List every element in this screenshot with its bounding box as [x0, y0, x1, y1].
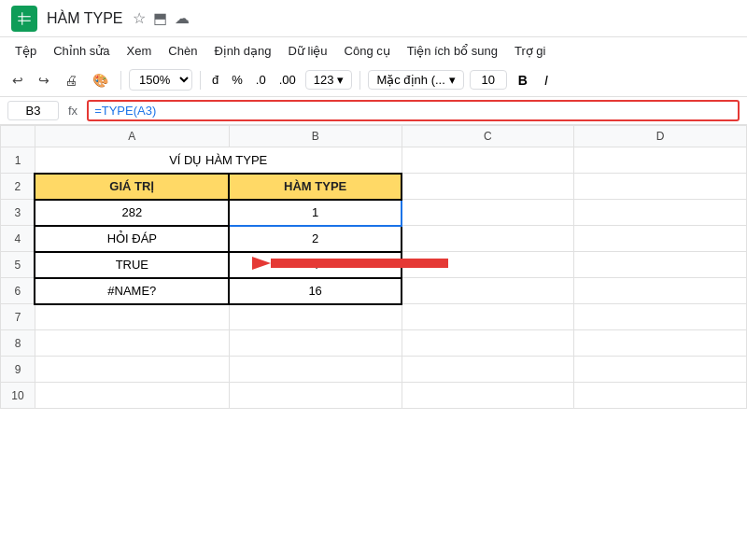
- menu-edit[interactable]: Chỉnh sửa: [46, 41, 117, 61]
- row-num-6: 6: [1, 278, 35, 304]
- divider-3: [359, 71, 360, 90]
- cell-d9: [574, 357, 747, 383]
- menu-view[interactable]: Xem: [120, 41, 160, 61]
- table-row: 3 282 1: [1, 200, 747, 226]
- title-bar: HÀM TYPE ☆ ⬒ ☁: [0, 0, 747, 37]
- table-row: 4 HỎI ĐÁP 2: [1, 226, 747, 252]
- cell-a4[interactable]: HỎI ĐÁP: [35, 226, 229, 252]
- italic-button[interactable]: I: [539, 71, 554, 90]
- cell-b3[interactable]: 1: [229, 200, 402, 226]
- spreadsheet-wrapper: A B C D 1 VÍ DỤ HÀM TYPE 2 GIÁ TRỊ HÀM T…: [0, 125, 747, 409]
- corner-cell: [1, 126, 35, 147]
- cell-b7: [229, 304, 402, 330]
- toolbar: ↩ ↪ 🖨 🎨 150% 100% đ % .0 .00 123 ▾ Mặc đ…: [0, 63, 747, 97]
- cell-a8: [35, 330, 229, 357]
- cell-c1: [402, 147, 574, 174]
- cell-b2[interactable]: HÀM TYPE: [229, 174, 402, 200]
- cell-b8: [229, 330, 402, 357]
- cell-c9: [402, 357, 574, 383]
- table-row: 8: [1, 330, 747, 357]
- cell-d5: [574, 252, 747, 278]
- menu-tools[interactable]: Công cụ: [337, 41, 398, 61]
- menu-file[interactable]: Tệp: [7, 41, 44, 61]
- cell-a1[interactable]: VÍ DỤ HÀM TYPE: [35, 147, 402, 174]
- menu-format[interactable]: Định dạng: [206, 41, 278, 61]
- cell-d3: [574, 200, 747, 226]
- table-row: 2 GIÁ TRỊ HÀM TYPE: [1, 174, 747, 200]
- zoom-select[interactable]: 150% 100%: [129, 69, 192, 91]
- cell-c8: [402, 330, 574, 357]
- cell-c7: [402, 304, 574, 330]
- font-select[interactable]: Mặc định (... ▾: [368, 70, 463, 90]
- col-header-d: D: [574, 126, 747, 147]
- cloud-icon[interactable]: ☁: [175, 9, 190, 27]
- col-header-c: C: [402, 126, 574, 147]
- bold-button[interactable]: B: [513, 71, 533, 90]
- currency-symbol[interactable]: đ: [208, 71, 222, 89]
- row-num-5: 5: [1, 252, 35, 278]
- redo-button[interactable]: ↪: [34, 70, 54, 91]
- app-icon: [11, 6, 37, 32]
- paint-format-button[interactable]: 🎨: [88, 70, 113, 91]
- decimal-increase[interactable]: .00: [275, 71, 300, 89]
- table-row: 1 VÍ DỤ HÀM TYPE: [1, 147, 747, 174]
- star-icon[interactable]: ☆: [133, 9, 146, 27]
- menu-help[interactable]: Trợ gi: [507, 41, 554, 61]
- cell-a5[interactable]: TRUE: [35, 252, 229, 278]
- table-row: 9: [1, 357, 747, 383]
- cell-d10: [574, 383, 747, 409]
- table-row: 5 TRUE 4: [1, 252, 747, 278]
- row-num-9: 9: [1, 357, 35, 383]
- percent-symbol[interactable]: %: [228, 71, 247, 89]
- document-title: HÀM TYPE: [47, 10, 123, 27]
- table-row: 10: [1, 383, 747, 409]
- title-actions: ☆ ⬒ ☁: [133, 9, 190, 27]
- cell-b5[interactable]: 4: [229, 252, 402, 278]
- menu-insert[interactable]: Chèn: [161, 41, 204, 61]
- cell-b4[interactable]: 2: [229, 226, 402, 252]
- menu-bar: Tệp Chỉnh sửa Xem Chèn Định dạng Dữ liệu…: [0, 37, 747, 63]
- cell-d8: [574, 330, 747, 357]
- row-num-2: 2: [1, 174, 35, 200]
- formula-input[interactable]: [87, 100, 740, 121]
- svg-rect-0: [18, 12, 31, 25]
- cell-a6[interactable]: #NAME?: [35, 278, 229, 304]
- row-num-3: 3: [1, 200, 35, 226]
- cell-a7: [35, 304, 229, 330]
- folder-icon[interactable]: ⬒: [153, 9, 167, 27]
- spreadsheet-table: A B C D 1 VÍ DỤ HÀM TYPE 2 GIÁ TRỊ HÀM T…: [0, 125, 747, 409]
- cell-a10: [35, 383, 229, 409]
- cell-d2: [574, 174, 747, 200]
- cell-b6[interactable]: 16: [229, 278, 402, 304]
- cell-d1: [574, 147, 747, 174]
- cell-a9: [35, 357, 229, 383]
- col-header-b: B: [229, 126, 402, 147]
- divider-1: [120, 71, 121, 90]
- formula-bar: fx: [0, 97, 747, 125]
- column-header-row: A B C D: [1, 126, 747, 147]
- undo-button[interactable]: ↩: [7, 70, 28, 91]
- number-format-select[interactable]: 123 ▾: [305, 70, 353, 90]
- table-row: 6 #NAME? 16: [1, 278, 747, 304]
- menu-addons[interactable]: Tiện ích bổ sung: [400, 41, 505, 61]
- row-num-7: 7: [1, 304, 35, 330]
- print-button[interactable]: 🖨: [60, 70, 82, 91]
- cell-a2[interactable]: GIÁ TRỊ: [35, 174, 229, 200]
- cell-c10: [402, 383, 574, 409]
- cell-d6: [574, 278, 747, 304]
- menu-data[interactable]: Dữ liệu: [281, 41, 335, 61]
- row-num-1: 1: [1, 147, 35, 174]
- cell-c6: [402, 278, 574, 304]
- cell-b10: [229, 383, 402, 409]
- function-icon: fx: [64, 104, 81, 118]
- cell-a3[interactable]: 282: [35, 200, 229, 226]
- cell-c2: [402, 174, 574, 200]
- cell-d4: [574, 226, 747, 252]
- divider-2: [200, 71, 201, 90]
- decimal-decrease[interactable]: .0: [252, 71, 270, 89]
- cell-b9: [229, 357, 402, 383]
- col-header-a: A: [35, 126, 229, 147]
- cell-reference-input[interactable]: [7, 101, 59, 120]
- cell-c5: [402, 252, 574, 278]
- font-size-input[interactable]: [470, 70, 507, 90]
